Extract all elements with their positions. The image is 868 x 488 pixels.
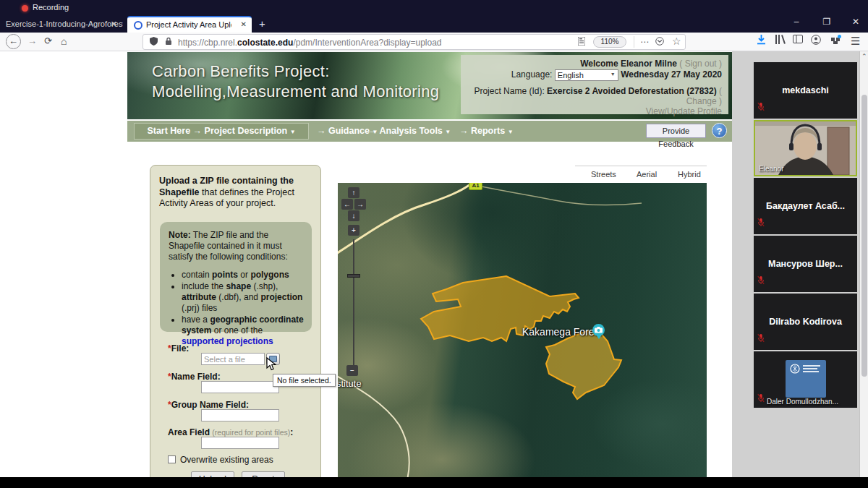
muted-mic-icon	[757, 333, 765, 346]
name-field-input[interactable]	[201, 381, 279, 393]
participant-tile[interactable]: Бакдаулет Асаб...	[754, 178, 857, 234]
bookmark-star-icon[interactable]: ☆	[672, 35, 681, 47]
language-select[interactable]: English▼	[555, 69, 618, 81]
reader-mode-icon[interactable]	[578, 37, 585, 48]
pan-down-button[interactable]: ↓	[348, 210, 359, 221]
basemap-tabs: Streets Aerial Hybrid	[575, 166, 707, 183]
tab-close-icon[interactable]: ✕	[111, 16, 117, 33]
participant-tile[interactable]: mekdaschi	[754, 62, 857, 119]
upload-intro-text: Upload a ZIP file containing the Shapefi…	[159, 176, 312, 210]
pocket-icon[interactable]	[655, 37, 664, 48]
zoom-slider-track[interactable]	[353, 239, 354, 365]
file-input[interactable]	[201, 353, 265, 365]
back-button[interactable]: ←	[6, 34, 21, 49]
upload-panel: Upload a ZIP file containing the Shapefi…	[150, 165, 321, 487]
help-icon[interactable]: ?	[712, 123, 727, 138]
screen: Recording Exercise-1-Introducing-Agrofor…	[0, 0, 868, 488]
extension-icon[interactable]	[830, 35, 841, 47]
participant-tile[interactable]: Daler Domullodzhan...	[754, 351, 857, 408]
close-button[interactable]: ✕	[845, 17, 867, 27]
tab-close-icon[interactable]: ✕	[241, 20, 247, 28]
new-tab-button[interactable]: +	[259, 17, 265, 30]
condition-item: include the shape (.shp), attribute (.db…	[182, 281, 305, 314]
project-line: Project Name (Id): Exercise 2 Avoided De…	[467, 86, 722, 106]
window-titlebar: Recording	[0, 0, 868, 16]
condition-item: contain points or polygons	[182, 270, 305, 281]
welcome-line: Welcome Eleanor Milne ( Sign out )	[467, 59, 722, 69]
participant-name: Daler Domullodzhan...	[767, 398, 838, 406]
nav-reports[interactable]: → Reports ▼	[459, 126, 514, 136]
site-title-line2: Modelling,Measurement and Monitoring	[152, 82, 439, 101]
overwrite-checkbox[interactable]	[168, 455, 176, 463]
sign-out-link[interactable]: ( Sign out )	[679, 59, 722, 69]
pan-right-button[interactable]: →	[354, 199, 366, 210]
site-banner: Carbon Benefits Project: Modelling,Measu…	[127, 52, 732, 119]
main-nav: Start Here → Project Description ▼ → Gui…	[127, 121, 732, 142]
language-line: Language: English▼ Wednesday 27 May 2020	[467, 69, 722, 81]
supported-projections-link[interactable]: supported projections	[182, 336, 273, 346]
area-field-label: Area Field (required for point files):	[168, 427, 293, 437]
muted-mic-icon	[757, 217, 765, 230]
view-update-profile-link[interactable]: View/Update Profile	[467, 106, 722, 116]
reload-button[interactable]: ⟳	[44, 35, 52, 46]
chevron-up-icon[interactable]: ⌃	[861, 53, 867, 60]
participant-name: Мансуров Шер...	[754, 236, 857, 292]
conditions-list: contain points or polygons include the s…	[182, 270, 305, 347]
recording-dot-icon	[22, 5, 28, 12]
map-canvas[interactable]: ↑ ← → ↓ + − A1 Kakamega Forest stitute	[338, 183, 707, 477]
photo-marker-icon[interactable]	[592, 324, 605, 336]
minimize-button[interactable]: –	[786, 17, 807, 27]
scrollbar-thumb[interactable]	[861, 95, 867, 377]
project-area-polygon-small	[546, 331, 621, 399]
url-text: https://cbp.nrel.colostate.edu/pdm/Inter…	[178, 38, 442, 48]
provide-feedback-button[interactable]: Provide Feedback	[646, 124, 706, 138]
participant-tile-active-speaker[interactable]: Eleanor	[754, 120, 857, 176]
home-button[interactable]: ⌂	[61, 35, 67, 47]
participant-tile[interactable]: Dilrabo Kodirova	[754, 294, 857, 350]
nav-start-here-project-description[interactable]: Start Here → Project Description ▼	[134, 123, 309, 140]
hamburger-menu-icon[interactable]: ☰	[851, 35, 860, 48]
caret-down-icon: ▼	[610, 72, 616, 77]
zoom-in-button[interactable]: +	[348, 225, 359, 236]
recording-label: Recording	[33, 3, 69, 12]
url-bar[interactable]: https://cbp.nrel.colostate.edu/pdm/Inter…	[142, 34, 686, 50]
zoom-out-button[interactable]: −	[346, 365, 358, 376]
name-field-label: *Name Field:	[168, 372, 221, 382]
area-field-input[interactable]	[201, 437, 279, 449]
pan-up-button[interactable]: ↑	[348, 187, 359, 198]
bottom-black-bar	[0, 477, 868, 488]
tab-streets[interactable]: Streets	[591, 170, 616, 179]
page-actions-icon[interactable]: ⋯	[640, 37, 649, 47]
shield-icon[interactable]	[150, 37, 158, 48]
restore-button[interactable]: ❐	[816, 17, 838, 27]
forward-button[interactable]: →	[27, 35, 37, 46]
zoom-level-indicator[interactable]: 110%	[593, 36, 626, 48]
nav-analysis-tools[interactable]: → Analysis Tools ▼	[368, 126, 451, 136]
road-badge-a1: A1	[469, 183, 482, 190]
group-name-field-input[interactable]	[201, 409, 279, 421]
participant-name: Dilrabo Kodirova	[754, 294, 857, 350]
video-sidebar: mekdaschi Eleanor Бакдаулет Асаб... Манс…	[732, 51, 868, 477]
sidebar-scrollbar[interactable]: ⌃	[859, 51, 868, 477]
tab-title: Exercise-1-Introducing-Agroforestr	[6, 20, 123, 28]
nav-arrow-icon: →	[459, 126, 469, 136]
tab-exercise-1[interactable]: Exercise-1-Introducing-Agroforestr ✕	[0, 16, 123, 33]
tab-project-activity-area-upload[interactable]: Project Activity Area Upload - ✕	[127, 16, 252, 33]
mouse-cursor	[266, 357, 276, 374]
pan-left-button[interactable]: ←	[341, 199, 353, 210]
sidebars-icon[interactable]	[793, 35, 803, 46]
tab-title: Project Activity Area Upload -	[146, 20, 231, 29]
participant-tile[interactable]: Мансуров Шер...	[754, 236, 857, 292]
institute-partial-label: stitute	[338, 378, 362, 389]
caret-down-icon: ▼	[290, 129, 296, 135]
tab-hybrid[interactable]: Hybrid	[678, 170, 701, 179]
road-a1-continuation	[472, 184, 642, 205]
library-icon[interactable]	[775, 35, 786, 46]
participant-name: Бакдаулет Асаб...	[754, 178, 857, 234]
caret-down-icon: ▼	[445, 129, 451, 135]
downloads-icon[interactable]	[757, 35, 766, 47]
tab-aerial[interactable]: Aerial	[637, 170, 657, 179]
zoom-slider-handle[interactable]	[347, 274, 360, 278]
divider	[634, 36, 634, 48]
account-icon[interactable]	[811, 35, 821, 47]
